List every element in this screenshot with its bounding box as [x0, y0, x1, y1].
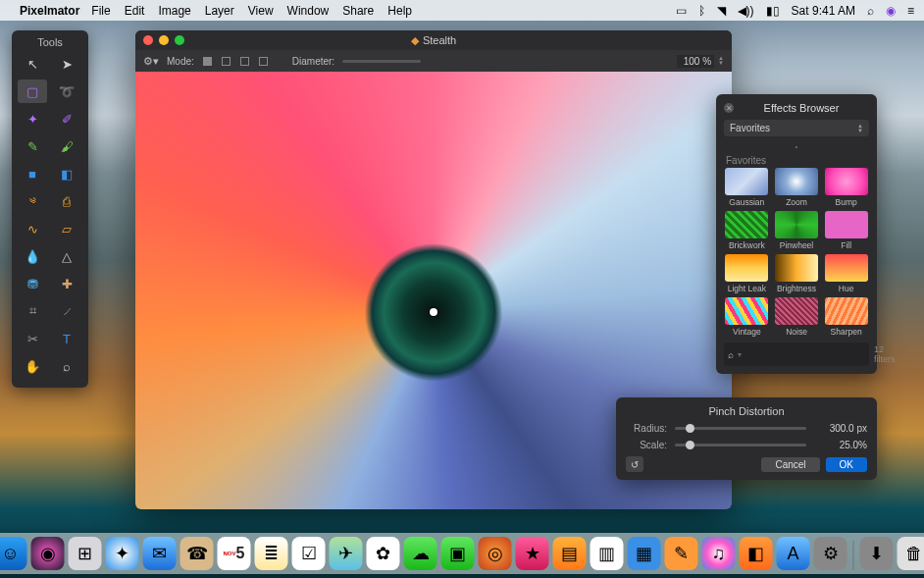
dock-calendar[interactable]: NOV5	[218, 537, 251, 570]
notification-center-icon[interactable]: ≡	[907, 4, 914, 18]
dock-mail[interactable]: ✉	[143, 537, 177, 570]
zoom-input[interactable]	[677, 55, 714, 68]
dock-itunes-red[interactable]: ★	[516, 537, 549, 570]
gear-icon[interactable]: ⚙▾	[143, 55, 159, 68]
tool-clone[interactable]: ⎙	[52, 189, 81, 213]
tool-repair[interactable]: ✚	[52, 272, 81, 295]
effects-category-dropdown[interactable]: Favorites ▲▼	[724, 120, 869, 136]
clock[interactable]: Sat 9:41 AM	[792, 4, 855, 18]
zoom-stepper[interactable]: ▲▼	[718, 56, 724, 66]
tool-brush[interactable]: 🖌	[52, 134, 81, 158]
menu-view[interactable]: View	[248, 4, 274, 18]
tool-warp[interactable]: ༄	[18, 189, 47, 213]
effect-brickwork[interactable]: Brickwork	[724, 211, 770, 250]
effect-light-leak[interactable]: Light Leak	[724, 254, 770, 293]
slider-knob[interactable]	[686, 441, 694, 449]
slider-track[interactable]	[675, 444, 806, 447]
effect-hue[interactable]: Hue	[823, 254, 869, 293]
effect-vintage[interactable]: Vintage	[724, 297, 770, 337]
effects-search-input[interactable]	[745, 349, 870, 360]
dock-reminders[interactable]: ☑	[292, 537, 326, 570]
dock-photos[interactable]: ✿	[367, 537, 400, 570]
menu-image[interactable]: Image	[158, 4, 190, 18]
dock-appstore[interactable]: A	[777, 537, 810, 570]
tool-shape[interactable]: ■	[18, 162, 47, 185]
effect-zoom[interactable]: Zoom	[774, 168, 820, 207]
dock-pixelmator[interactable]: ◧	[740, 537, 773, 570]
mode-new-icon[interactable]	[203, 57, 212, 66]
slider-knob[interactable]	[686, 424, 694, 433]
cancel-button[interactable]: Cancel	[761, 457, 819, 472]
battery-icon[interactable]: ▮▯	[766, 4, 780, 18]
dock-contacts[interactable]: ☎	[180, 537, 214, 570]
tool-wand[interactable]: ✦	[18, 107, 47, 131]
dock-notes[interactable]: ≣	[255, 537, 288, 570]
menu-edit[interactable]: Edit	[125, 4, 145, 18]
tool-marquee[interactable]: ▢	[18, 79, 47, 103]
dock-downloads[interactable]: ⬇	[860, 537, 894, 570]
wifi-icon[interactable]: ◥	[717, 4, 726, 18]
dock-preferences[interactable]: ⚙	[814, 537, 847, 570]
ok-button[interactable]: OK	[826, 457, 867, 472]
effect-fill[interactable]: Fill	[823, 211, 869, 250]
dock-maps[interactable]: ✈	[330, 537, 363, 570]
dock-messages[interactable]: ☁	[404, 537, 437, 570]
tool-eyedropper[interactable]: ⟋	[52, 299, 81, 323]
menu-window[interactable]: Window	[287, 4, 330, 18]
dock-pages[interactable]: ✎	[665, 537, 698, 570]
tool-paint-select[interactable]: ✐	[52, 107, 81, 131]
effect-center-handle[interactable]	[430, 308, 437, 316]
menu-help[interactable]: Help	[387, 4, 412, 18]
search-dropdown-icon[interactable]: ▾	[738, 350, 742, 359]
minimize-icon[interactable]	[159, 35, 169, 45]
dock-keynote[interactable]: ▦	[628, 537, 661, 570]
tool-eyedrop-arrow[interactable]: ➤	[52, 52, 81, 76]
menu-share[interactable]: Share	[342, 4, 374, 18]
tool-pencil[interactable]: ✎	[18, 134, 47, 158]
volume-icon[interactable]: ◀))	[738, 4, 754, 18]
tool-zoom[interactable]: ⌕	[52, 354, 81, 378]
tool-bucket[interactable]: ⛃	[18, 272, 47, 295]
menu-file[interactable]: File	[91, 4, 110, 18]
dock-itunes[interactable]: ♫	[702, 537, 736, 570]
zoom-window-icon[interactable]	[175, 35, 184, 45]
airplay-icon[interactable]: ▭	[676, 4, 687, 18]
mode-intersect-icon[interactable]	[259, 57, 268, 66]
tool-sharpen[interactable]: △	[52, 244, 81, 268]
effect-noise[interactable]: Noise	[774, 297, 820, 337]
spotlight-icon[interactable]: ⌕	[867, 4, 874, 18]
close-icon[interactable]	[143, 35, 153, 45]
mode-subtract-icon[interactable]	[240, 57, 249, 66]
dock-facetime[interactable]: ▣	[441, 537, 475, 570]
effect-gaussian[interactable]: Gaussian	[724, 168, 770, 207]
siri-icon[interactable]: ◉	[886, 4, 896, 18]
tool-lasso[interactable]: ➰	[52, 79, 81, 103]
menu-layer[interactable]: Layer	[205, 4, 234, 18]
window-titlebar[interactable]: ◆Stealth	[135, 30, 732, 50]
effect-bump[interactable]: Bump	[823, 168, 869, 207]
document-proxy-icon[interactable]: ◆	[411, 34, 419, 46]
tool-crop[interactable]: ⌗	[18, 299, 47, 323]
tool-gradient[interactable]: ◧	[52, 162, 81, 185]
dock-finder[interactable]: ☺	[0, 537, 27, 570]
mode-add-icon[interactable]	[222, 57, 231, 66]
tool-move[interactable]: ↖	[18, 52, 47, 76]
reset-button[interactable]: ↺	[626, 456, 643, 472]
dock-photobooth[interactable]: ◎	[479, 537, 512, 570]
effect-pinwheel[interactable]: Pinwheel	[774, 211, 820, 250]
tool-hand[interactable]: ✋	[18, 354, 47, 378]
dock-ibooks[interactable]: ▤	[553, 537, 587, 570]
dock-siri[interactable]: ◉	[31, 537, 65, 570]
tool-slice[interactable]: ✂	[18, 327, 47, 350]
effect-brightness[interactable]: Brightness	[774, 254, 820, 293]
dock-numbers[interactable]: ▥	[590, 537, 624, 570]
tool-blur[interactable]: 💧	[18, 244, 47, 268]
dock-safari[interactable]: ✦	[106, 537, 139, 570]
dock-trash[interactable]: 🗑	[898, 537, 925, 570]
tool-smudge[interactable]: ∿	[18, 217, 47, 240]
close-icon[interactable]: ✕	[724, 103, 734, 113]
tool-eraser[interactable]: ▱	[52, 217, 81, 240]
diameter-slider[interactable]	[342, 60, 421, 63]
effect-sharpen[interactable]: Sharpen	[823, 297, 869, 337]
tool-text[interactable]: T	[52, 327, 81, 350]
